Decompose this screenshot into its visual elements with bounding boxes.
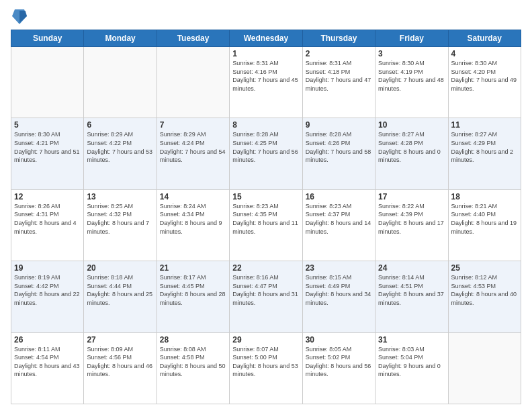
day-number: 20 <box>87 263 153 273</box>
calendar-cell: 3Sunrise: 8:30 AM Sunset: 4:19 PM Daylig… <box>375 47 448 118</box>
day-number: 17 <box>378 192 445 201</box>
day-header-wednesday: Wednesday <box>230 30 302 47</box>
day-info: Sunrise: 8:22 AM Sunset: 4:39 PM Dayligh… <box>378 202 445 236</box>
day-info: Sunrise: 8:29 AM Sunset: 4:22 PM Dayligh… <box>87 130 153 164</box>
day-info: Sunrise: 8:14 AM Sunset: 4:51 PM Dayligh… <box>378 273 445 307</box>
day-number: 24 <box>378 263 445 273</box>
day-info: Sunrise: 8:27 AM Sunset: 4:28 PM Dayligh… <box>378 130 445 164</box>
calendar-cell: 20Sunrise: 8:18 AM Sunset: 4:44 PM Dayli… <box>84 261 157 332</box>
calendar-cell: 26Sunrise: 8:11 AM Sunset: 4:54 PM Dayli… <box>11 332 84 404</box>
header <box>11 8 521 26</box>
day-number: 31 <box>378 335 445 345</box>
week-row-4: 19Sunrise: 8:19 AM Sunset: 4:42 PM Dayli… <box>11 261 521 332</box>
day-number: 27 <box>87 335 153 345</box>
day-info: Sunrise: 8:30 AM Sunset: 4:21 PM Dayligh… <box>14 130 81 164</box>
calendar-cell: 8Sunrise: 8:28 AM Sunset: 4:25 PM Daylig… <box>230 118 302 189</box>
day-info: Sunrise: 8:23 AM Sunset: 4:35 PM Dayligh… <box>232 202 299 236</box>
day-number: 29 <box>232 335 299 345</box>
day-info: Sunrise: 8:31 AM Sunset: 4:18 PM Dayligh… <box>306 59 372 93</box>
day-number: 1 <box>232 49 299 58</box>
day-number: 16 <box>306 192 372 201</box>
day-number: 13 <box>87 192 153 201</box>
calendar-cell: 13Sunrise: 8:25 AM Sunset: 4:32 PM Dayli… <box>84 189 157 261</box>
day-number: 23 <box>306 263 372 273</box>
day-info: Sunrise: 8:09 AM Sunset: 4:56 PM Dayligh… <box>87 345 153 379</box>
day-info: Sunrise: 8:03 AM Sunset: 5:04 PM Dayligh… <box>378 345 445 379</box>
day-number: 3 <box>378 49 445 58</box>
calendar-table: SundayMondayTuesdayWednesdayThursdayFrid… <box>11 30 521 404</box>
day-info: Sunrise: 8:25 AM Sunset: 4:32 PM Dayligh… <box>87 202 153 236</box>
day-info: Sunrise: 8:19 AM Sunset: 4:42 PM Dayligh… <box>14 273 81 307</box>
calendar-cell: 28Sunrise: 8:08 AM Sunset: 4:58 PM Dayli… <box>157 332 229 404</box>
day-info: Sunrise: 8:11 AM Sunset: 4:54 PM Dayligh… <box>14 345 81 379</box>
calendar-cell: 9Sunrise: 8:28 AM Sunset: 4:26 PM Daylig… <box>302 118 375 189</box>
day-info: Sunrise: 8:15 AM Sunset: 4:49 PM Dayligh… <box>306 273 372 307</box>
day-number: 5 <box>14 120 81 130</box>
day-info: Sunrise: 8:24 AM Sunset: 4:34 PM Dayligh… <box>160 202 226 236</box>
calendar-cell: 15Sunrise: 8:23 AM Sunset: 4:35 PM Dayli… <box>230 189 302 261</box>
calendar-cell <box>84 47 157 118</box>
calendar-cell: 24Sunrise: 8:14 AM Sunset: 4:51 PM Dayli… <box>375 261 448 332</box>
calendar-cell <box>448 332 521 404</box>
calendar-cell: 16Sunrise: 8:23 AM Sunset: 4:37 PM Dayli… <box>302 189 375 261</box>
day-info: Sunrise: 8:17 AM Sunset: 4:45 PM Dayligh… <box>160 273 226 307</box>
day-number: 15 <box>232 192 299 201</box>
day-info: Sunrise: 8:30 AM Sunset: 4:19 PM Dayligh… <box>378 59 445 93</box>
calendar-cell: 25Sunrise: 8:12 AM Sunset: 4:53 PM Dayli… <box>448 261 521 332</box>
day-number: 30 <box>306 335 372 345</box>
day-header-sunday: Sunday <box>11 30 84 47</box>
day-number: 28 <box>160 335 226 345</box>
day-header-friday: Friday <box>375 30 448 47</box>
calendar-cell: 30Sunrise: 8:05 AM Sunset: 5:02 PM Dayli… <box>302 332 375 404</box>
day-number: 12 <box>14 192 81 201</box>
day-info: Sunrise: 8:23 AM Sunset: 4:37 PM Dayligh… <box>306 202 372 236</box>
day-info: Sunrise: 8:21 AM Sunset: 4:40 PM Dayligh… <box>451 202 518 236</box>
day-header-thursday: Thursday <box>302 30 375 47</box>
week-row-1: 1Sunrise: 8:31 AM Sunset: 4:16 PM Daylig… <box>11 47 521 118</box>
day-number: 8 <box>232 120 299 130</box>
day-number: 14 <box>160 192 226 201</box>
day-info: Sunrise: 8:31 AM Sunset: 4:16 PM Dayligh… <box>232 59 299 93</box>
day-info: Sunrise: 8:27 AM Sunset: 4:29 PM Dayligh… <box>451 130 518 164</box>
page: SundayMondayTuesdayWednesdayThursdayFrid… <box>0 0 532 411</box>
week-row-3: 12Sunrise: 8:26 AM Sunset: 4:31 PM Dayli… <box>11 189 521 261</box>
day-number: 19 <box>14 263 81 273</box>
header-row: SundayMondayTuesdayWednesdayThursdayFrid… <box>11 30 521 47</box>
day-info: Sunrise: 8:18 AM Sunset: 4:44 PM Dayligh… <box>87 273 153 307</box>
logo <box>11 8 27 26</box>
calendar-cell: 6Sunrise: 8:29 AM Sunset: 4:22 PM Daylig… <box>84 118 157 189</box>
calendar-cell: 12Sunrise: 8:26 AM Sunset: 4:31 PM Dayli… <box>11 189 84 261</box>
calendar-cell: 29Sunrise: 8:07 AM Sunset: 5:00 PM Dayli… <box>230 332 302 404</box>
day-info: Sunrise: 8:26 AM Sunset: 4:31 PM Dayligh… <box>14 202 81 236</box>
day-info: Sunrise: 8:28 AM Sunset: 4:25 PM Dayligh… <box>232 130 299 164</box>
day-number: 25 <box>451 263 518 273</box>
day-number: 10 <box>378 120 445 130</box>
day-header-monday: Monday <box>84 30 157 47</box>
calendar-cell: 22Sunrise: 8:16 AM Sunset: 4:47 PM Dayli… <box>230 261 302 332</box>
week-row-2: 5Sunrise: 8:30 AM Sunset: 4:21 PM Daylig… <box>11 118 521 189</box>
day-number: 11 <box>451 120 518 130</box>
calendar-cell <box>11 47 84 118</box>
calendar-cell: 17Sunrise: 8:22 AM Sunset: 4:39 PM Dayli… <box>375 189 448 261</box>
day-info: Sunrise: 8:05 AM Sunset: 5:02 PM Dayligh… <box>306 345 372 379</box>
calendar-cell: 18Sunrise: 8:21 AM Sunset: 4:40 PM Dayli… <box>448 189 521 261</box>
day-info: Sunrise: 8:12 AM Sunset: 4:53 PM Dayligh… <box>451 273 518 307</box>
day-header-tuesday: Tuesday <box>157 30 229 47</box>
calendar-cell: 2Sunrise: 8:31 AM Sunset: 4:18 PM Daylig… <box>302 47 375 118</box>
logo-icon <box>12 7 27 26</box>
day-info: Sunrise: 8:08 AM Sunset: 4:58 PM Dayligh… <box>160 345 226 379</box>
calendar-cell: 14Sunrise: 8:24 AM Sunset: 4:34 PM Dayli… <box>157 189 229 261</box>
day-number: 18 <box>451 192 518 201</box>
day-info: Sunrise: 8:28 AM Sunset: 4:26 PM Dayligh… <box>306 130 372 164</box>
day-number: 22 <box>232 263 299 273</box>
day-info: Sunrise: 8:16 AM Sunset: 4:47 PM Dayligh… <box>232 273 299 307</box>
day-info: Sunrise: 8:07 AM Sunset: 5:00 PM Dayligh… <box>232 345 299 379</box>
calendar-cell <box>157 47 229 118</box>
day-number: 26 <box>14 335 81 345</box>
day-info: Sunrise: 8:29 AM Sunset: 4:24 PM Dayligh… <box>160 130 226 164</box>
calendar-cell: 7Sunrise: 8:29 AM Sunset: 4:24 PM Daylig… <box>157 118 229 189</box>
day-number: 9 <box>306 120 372 130</box>
calendar-cell: 1Sunrise: 8:31 AM Sunset: 4:16 PM Daylig… <box>230 47 302 118</box>
calendar-cell: 10Sunrise: 8:27 AM Sunset: 4:28 PM Dayli… <box>375 118 448 189</box>
calendar-cell: 21Sunrise: 8:17 AM Sunset: 4:45 PM Dayli… <box>157 261 229 332</box>
